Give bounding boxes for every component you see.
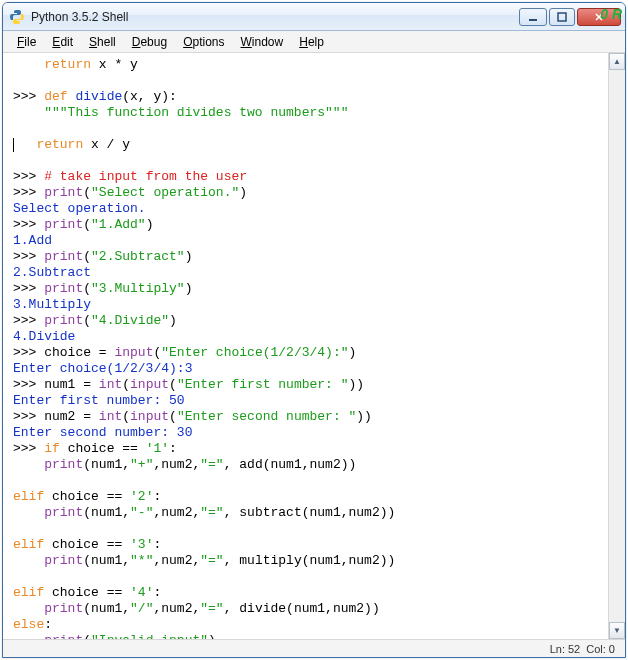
code-line <box>13 153 602 169</box>
code-line: 3.Multiply <box>13 297 602 313</box>
code-line: Select operation. <box>13 201 602 217</box>
editor-area: return x * y >>> def divide(x, y): """Th… <box>3 53 625 639</box>
code-line: print(num1,"-",num2,"=", subtract(num1,n… <box>13 505 602 521</box>
code-line: """This function divides two numbers""" <box>13 105 602 121</box>
code-line: 4.Divide <box>13 329 602 345</box>
svg-rect-0 <box>529 19 537 21</box>
code-line: 1.Add <box>13 233 602 249</box>
close-button[interactable] <box>577 8 621 26</box>
code-line: >>> num2 = int(input("Enter second numbe… <box>13 409 602 425</box>
code-line <box>13 473 602 489</box>
code-line: print(num1,"*",num2,"=", multiply(num1,n… <box>13 553 602 569</box>
statusbar: Ln: 52 Col: 0 <box>3 639 625 657</box>
code-line: >>> choice = input("Enter choice(1/2/3/4… <box>13 345 602 361</box>
code-line: elif choice == '3': <box>13 537 602 553</box>
scroll-up-button[interactable]: ▲ <box>609 53 625 70</box>
menu-help[interactable]: Help <box>291 33 332 51</box>
window-title: Python 3.5.2 Shell <box>31 10 517 24</box>
code-line: print(num1,"/",num2,"=", divide(num1,num… <box>13 601 602 617</box>
code-line: return x * y <box>13 57 602 73</box>
menu-debug[interactable]: Debug <box>124 33 175 51</box>
code-line: >>> print("2.Subtract") <box>13 249 602 265</box>
maximize-button[interactable] <box>549 8 575 26</box>
code-line <box>13 521 602 537</box>
code-line: elif choice == '2': <box>13 489 602 505</box>
code-line: else: <box>13 617 602 633</box>
scroll-down-button[interactable]: ▼ <box>609 622 625 639</box>
code-line: 2.Subtract <box>13 265 602 281</box>
minimize-button[interactable] <box>519 8 547 26</box>
python-shell-window: Python 3.5.2 Shell File Edit Shell Debug… <box>2 2 626 658</box>
code-line: >>> # take input from the user <box>13 169 602 185</box>
code-line <box>13 73 602 89</box>
code-line: elif choice == '4': <box>13 585 602 601</box>
svg-rect-1 <box>558 13 566 21</box>
code-line: return x / y <box>13 137 602 153</box>
code-line: >>> print("Select operation.") <box>13 185 602 201</box>
menubar: File Edit Shell Debug Options Window Hel… <box>3 31 625 53</box>
menu-edit[interactable]: Edit <box>44 33 81 51</box>
code-line: Enter choice(1/2/3/4):3 <box>13 361 602 377</box>
code-line: >>> print("3.Multiply") <box>13 281 602 297</box>
menu-shell[interactable]: Shell <box>81 33 124 51</box>
code-text[interactable]: return x * y >>> def divide(x, y): """Th… <box>3 53 608 639</box>
code-line <box>13 121 602 137</box>
status-col: Col: 0 <box>586 643 615 655</box>
menu-window[interactable]: Window <box>233 33 292 51</box>
menu-options[interactable]: Options <box>175 33 232 51</box>
code-line: print("Invalid input") <box>13 633 602 639</box>
menu-file[interactable]: File <box>9 33 44 51</box>
code-line <box>13 569 602 585</box>
status-line: Ln: 52 <box>550 643 581 655</box>
code-line: >>> if choice == '1': <box>13 441 602 457</box>
code-line: >>> def divide(x, y): <box>13 89 602 105</box>
window-controls <box>517 8 621 26</box>
vertical-scrollbar[interactable]: ▲ ▼ <box>608 53 625 639</box>
code-line: Enter second number: 30 <box>13 425 602 441</box>
code-line: print(num1,"+",num2,"=", add(num1,num2)) <box>13 457 602 473</box>
code-line: >>> print("4.Divide") <box>13 313 602 329</box>
code-line: Enter first number: 50 <box>13 393 602 409</box>
code-line: >>> num1 = int(input("Enter first number… <box>13 377 602 393</box>
python-icon <box>9 9 25 25</box>
titlebar[interactable]: Python 3.5.2 Shell <box>3 3 625 31</box>
code-line: >>> print("1.Add") <box>13 217 602 233</box>
